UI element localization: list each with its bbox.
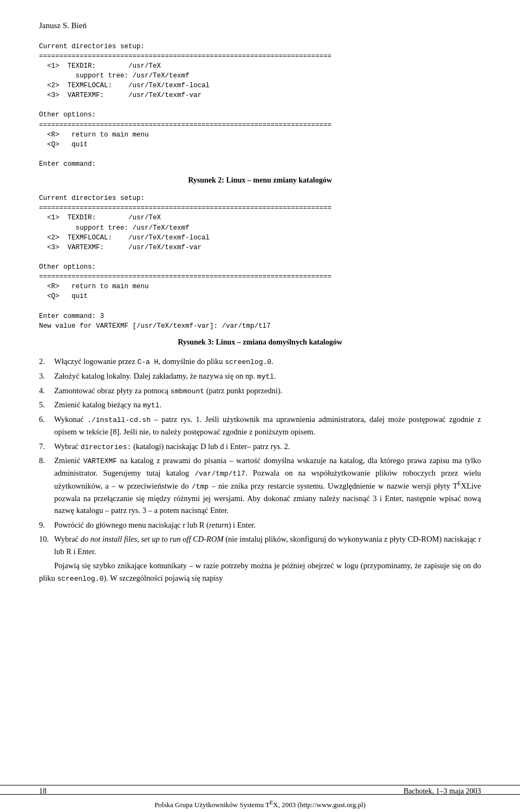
figure2-caption-bold: Rysunek 2 [188, 176, 222, 184]
item-10-para: Pojawią się szybko znikające komunikaty … [39, 560, 481, 584]
item-3-num: 3. [39, 370, 54, 382]
item-10-italic: do not install files, set up to run off … [81, 535, 224, 543]
item-8-num: 8. [39, 454, 54, 516]
item-6: 6. Wykonać ./install-cd.sh – patrz rys. … [39, 413, 481, 438]
item-8-content: Zmienić VARTEXMF na katalog z prawami do… [54, 454, 481, 516]
item-10-code: screenlog.0 [57, 575, 103, 583]
item-2-num: 2. [39, 355, 54, 368]
item-8-code2: /var/tmp/tl7 [194, 470, 245, 478]
item-6-code: ./install-cd.sh [87, 416, 151, 424]
item-7: 7. Wybrać directories: (katalogi) nacisk… [39, 440, 481, 453]
item-3-content: Założyć katalog lokalny. Dalej zakładamy… [54, 370, 481, 382]
item-5-content: Zmienić katalog bieżący na mytl. [54, 399, 481, 411]
page: Janusz S. Bień Current directories setup… [0, 0, 520, 812]
item-3-code: mytl [257, 373, 274, 381]
item-6-num: 6. [39, 413, 54, 438]
item-9-content: Powrócić do głównego menu naciskając r l… [54, 519, 481, 531]
item-7-num: 7. [39, 440, 54, 453]
bottom-bar: Polska Grupa Użytkowników Systemu TEX, 2… [0, 794, 520, 812]
figure3-caption-text: : Linux – zmiana domyślnych katalogów [211, 338, 342, 346]
bottom-text: Polska Grupa Użytkowników Systemu TEX, 2… [154, 801, 366, 809]
item-2-content: Włączyć logowanie przez C-a H, domyślnie… [54, 355, 481, 368]
item-8: 8. Zmienić VARTEXMF na katalog z prawami… [39, 454, 481, 516]
code-block-2: Current directories setup: =============… [39, 193, 481, 331]
figure3-caption-bold: Rysunek 3 [178, 338, 211, 346]
item-10-num: 10. [39, 533, 54, 557]
figure2-caption-text: : Linux – menu zmiany katalogów [222, 176, 332, 184]
item-7-code: directories: [81, 443, 132, 451]
item-4-content: Zamontować obraz płyty za pomocą smbmoun… [54, 385, 481, 397]
author: Janusz S. Bień [39, 20, 481, 32]
code-block-1: Current directories setup: =============… [39, 42, 481, 170]
item-4: 4. Zamontować obraz płyty za pomocą smbm… [39, 385, 481, 397]
item-9-italic: return [209, 521, 229, 529]
item-8-code1: VARTEXMF [83, 457, 117, 465]
item-5: 5. Zmienić katalog bieżący na mytl. [39, 399, 481, 411]
item-2: 2. Włączyć logowanie przez C-a H, domyśl… [39, 355, 481, 368]
item-9: 9. Powrócić do głównego menu naciskając … [39, 519, 481, 531]
item-4-num: 4. [39, 385, 54, 397]
item-8-code3: /tmp [192, 483, 209, 491]
item-5-num: 5. [39, 399, 54, 411]
item-10-content: Wybrać do not install files, set up to r… [54, 533, 481, 557]
figure2-caption: Rysunek 2: Linux – menu zmiany katalogów [39, 174, 481, 186]
item-7-content: Wybrać directories: (katalogi) naciskają… [54, 440, 481, 453]
item-9-num: 9. [39, 519, 54, 531]
item-2-code2: screenlog.0 [225, 358, 271, 366]
item-6-content: Wykonać ./install-cd.sh – patrz rys. 1. … [54, 413, 481, 438]
item-3: 3. Założyć katalog lokalny. Dalej zakład… [39, 370, 481, 382]
item-2-code1: C-a H [137, 358, 158, 366]
item-5-code: mytl [142, 401, 159, 410]
item-10: 10. Wybrać do not install files, set up … [39, 533, 481, 557]
figure3-caption: Rysunek 3: Linux – zmiana domyślnych kat… [39, 336, 481, 348]
item-4-code: smbmount [171, 387, 204, 395]
